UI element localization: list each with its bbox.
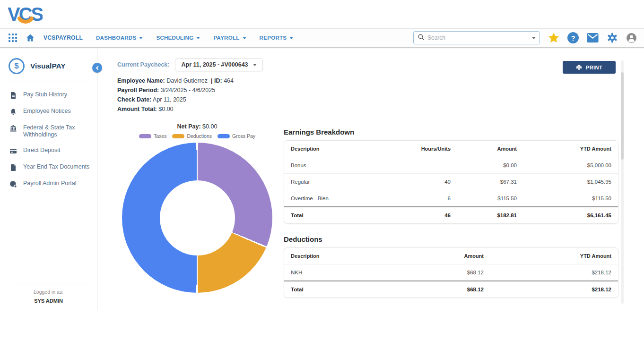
nav-item-scheduling[interactable]: SCHEDULING bbox=[156, 35, 200, 41]
sidebar-item-payroll-admin-portal[interactable]: Payroll Admin Portal bbox=[8, 176, 97, 192]
legend-label: Deductions bbox=[187, 133, 212, 139]
sidebar-footer: Logged in as: SYS ADMIN bbox=[0, 283, 97, 304]
sidebar-item-direct-deposit[interactable]: Direct Deposit bbox=[8, 143, 97, 159]
search-input[interactable] bbox=[427, 34, 529, 41]
sidebar-header: $ VisualPAY bbox=[8, 58, 97, 74]
employee-name-value: David Gutierrez bbox=[166, 77, 208, 84]
table-cell bbox=[353, 157, 457, 174]
sidebar-item-label: Employee Notices bbox=[23, 108, 71, 115]
table-cell: $68.12 bbox=[396, 264, 490, 281]
amount-total-label: Amount Total: bbox=[117, 106, 157, 112]
employee-name-label: Employee Name: bbox=[117, 77, 165, 84]
earnings-card: DescriptionHours/UnitsAmountYTD AmountBo… bbox=[284, 140, 618, 224]
sidebar-divider bbox=[8, 82, 90, 82]
nav-item-label: DASHBOARDS bbox=[96, 35, 136, 41]
help-icon[interactable]: ? bbox=[567, 32, 579, 43]
table-cell: $218.12 bbox=[490, 281, 618, 298]
table-cell: Overtime - Blen bbox=[284, 190, 353, 207]
chevron-down-icon bbox=[289, 37, 293, 39]
table-cell: $218.12 bbox=[490, 264, 618, 281]
print-button-label: PRINT bbox=[586, 65, 602, 70]
donut-chart[interactable] bbox=[122, 143, 272, 293]
paystub-document-icon bbox=[9, 92, 17, 99]
legend-swatch bbox=[139, 134, 151, 138]
vcs-payroll-page: VCS VCSPAYROLL DASHBOARDS SCHEDUL bbox=[0, 0, 644, 357]
page-title: VisualPAY bbox=[30, 62, 66, 70]
scrollbar-track[interactable] bbox=[621, 60, 624, 304]
table-cell: $182.81 bbox=[457, 207, 523, 223]
table-cell: Regular bbox=[284, 174, 353, 190]
printer-icon bbox=[576, 64, 582, 70]
table-cell: $115.50 bbox=[523, 190, 618, 207]
bank-icon bbox=[9, 125, 17, 132]
footer-divider bbox=[11, 283, 86, 283]
app-grid-icon[interactable] bbox=[9, 34, 17, 42]
mail-icon[interactable] bbox=[586, 33, 599, 43]
sidebar-item-year-end-tax-documents[interactable]: Year End Tax Documents bbox=[8, 159, 97, 176]
chevron-down-icon bbox=[196, 37, 200, 39]
nav-item-dashboards[interactable]: DASHBOARDS bbox=[96, 35, 143, 41]
legend-swatch bbox=[218, 134, 230, 138]
table-cell: Total bbox=[284, 281, 396, 298]
gear-icon[interactable] bbox=[607, 32, 618, 43]
sidebar-item-employee-notices[interactable]: Employee Notices bbox=[8, 103, 97, 120]
visualpay-sidebar: $ VisualPAY Pay Stub History Employee No… bbox=[0, 48, 97, 310]
logo-row: VCS bbox=[0, 0, 644, 29]
sidebar-item-federal-state-tax-withholdings[interactable]: Federal & State Tax Withholdings bbox=[8, 120, 97, 143]
column-header: Description bbox=[284, 141, 353, 157]
chevron-down-icon bbox=[253, 64, 257, 66]
column-header: Description bbox=[284, 248, 396, 264]
sidebar-item-label: Direct Deposit bbox=[23, 147, 61, 154]
legend-item-gross-pay[interactable]: Gross Pay bbox=[218, 133, 255, 139]
table-cell: $5,000.00 bbox=[523, 157, 618, 174]
sidebar-item-label: Payroll Admin Portal bbox=[23, 180, 77, 187]
table-cell: $67.31 bbox=[457, 174, 523, 190]
table-row: Bonus$0.00$5,000.00 bbox=[284, 157, 618, 174]
table-total-row: Total$68.12$218.12 bbox=[284, 281, 618, 298]
nav-item-reports[interactable]: REPORTS bbox=[260, 35, 294, 41]
table-header-row: DescriptionHours/UnitsAmountYTD Amount bbox=[284, 141, 618, 157]
table-cell: Bonus bbox=[284, 157, 353, 174]
table-cell: 40 bbox=[353, 174, 457, 190]
sidebar-item-label: Pay Stub History bbox=[23, 91, 67, 98]
legend-item-taxes[interactable]: Taxes bbox=[139, 133, 166, 139]
id-separator: | bbox=[211, 77, 213, 84]
paycheck-selected-value: Apr 11, 2025 - #V000643 bbox=[181, 61, 248, 68]
nav-item-payroll[interactable]: PAYROLL bbox=[213, 35, 246, 41]
current-paycheck-label: Current Paycheck: bbox=[117, 61, 169, 68]
payroll-period-label: Payroll Period: bbox=[117, 87, 159, 94]
sidebar-item-label: Year End Tax Documents bbox=[23, 163, 89, 170]
table-cell: NKH bbox=[284, 264, 396, 281]
chevron-down-icon bbox=[139, 37, 143, 39]
earnings-table: DescriptionHours/UnitsAmountYTD AmountBo… bbox=[284, 141, 618, 223]
column-header: Amount bbox=[396, 248, 490, 264]
donut-hole bbox=[160, 180, 235, 255]
scrollbar-thumb[interactable] bbox=[621, 72, 624, 160]
search-dropdown-caret-icon[interactable] bbox=[532, 37, 536, 39]
earnings-section: Earnings Breakdown DescriptionHours/Unit… bbox=[284, 128, 618, 224]
net-pay-chart: Net Pay: $0.00 TaxesDeductionsGross Pay bbox=[119, 123, 275, 293]
chart-title: Net Pay: $0.00 bbox=[119, 123, 275, 130]
deductions-table: DescriptionAmountYTD AmountNKH$68.12$218… bbox=[284, 248, 618, 298]
dollar-circle-icon: $ bbox=[9, 58, 25, 74]
paycheck-selector[interactable]: Apr 11, 2025 - #V000643 bbox=[175, 58, 262, 71]
search-icon bbox=[418, 34, 425, 42]
star-favorites-icon[interactable] bbox=[548, 32, 560, 44]
chevron-down-icon bbox=[243, 37, 246, 39]
column-header: YTD Amount bbox=[523, 141, 618, 157]
deductions-heading: Deductions bbox=[284, 235, 618, 243]
table-header-row: DescriptionAmountYTD Amount bbox=[284, 248, 618, 264]
table-cell: $1,045.95 bbox=[523, 174, 618, 190]
table-cell: $6,161.45 bbox=[523, 207, 618, 223]
legend-item-deductions[interactable]: Deductions bbox=[172, 133, 212, 139]
nav-item-label: PAYROLL bbox=[213, 35, 239, 41]
home-icon[interactable] bbox=[26, 33, 35, 42]
brand-vcspayroll[interactable]: VCSPAYROLL bbox=[44, 34, 83, 41]
payroll-period-value: 3/24/2025 - 4/6/2025 bbox=[161, 87, 215, 94]
net-pay-value: $0.00 bbox=[202, 123, 217, 130]
sidebar-item-pay-stub-history[interactable]: Pay Stub History bbox=[8, 87, 97, 103]
account-avatar-icon[interactable] bbox=[626, 32, 637, 44]
search-box[interactable] bbox=[413, 31, 540, 44]
table-row: Regular40$67.31$1,045.95 bbox=[284, 174, 618, 190]
print-button[interactable]: PRINT bbox=[563, 61, 616, 74]
